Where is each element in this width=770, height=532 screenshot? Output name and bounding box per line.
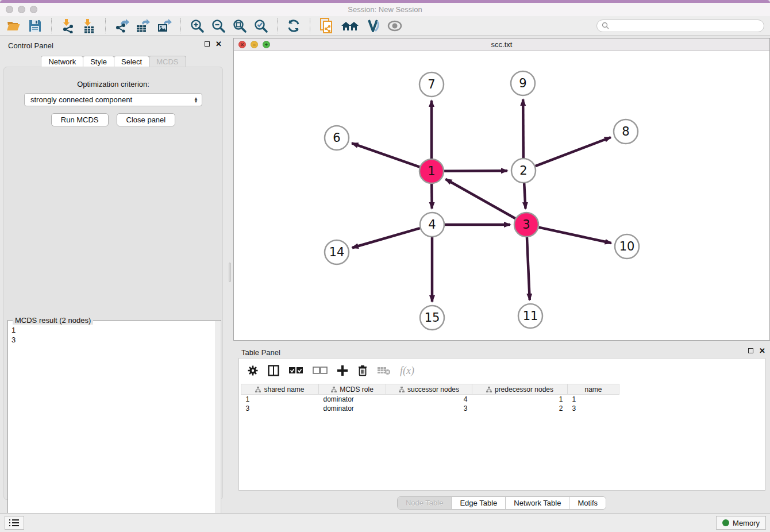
- table-cell[interactable]: 3: [241, 404, 319, 413]
- search-input[interactable]: [612, 22, 759, 30]
- tab-style[interactable]: Style: [83, 56, 114, 67]
- tab-network-table[interactable]: Network Table: [506, 497, 569, 509]
- column-header[interactable]: shared name: [241, 384, 319, 395]
- tab-node-table[interactable]: Node Table: [398, 497, 452, 509]
- select-all-columns-icon[interactable]: [288, 364, 303, 377]
- graph-node-6[interactable]: 6: [325, 126, 349, 150]
- edge-1-2[interactable]: [444, 171, 507, 171]
- search-field[interactable]: [596, 20, 764, 32]
- table-cell[interactable]: 1: [568, 395, 619, 404]
- save-session-icon[interactable]: [27, 18, 43, 34]
- graph-node-11[interactable]: 11: [518, 304, 542, 328]
- close-panel-icon[interactable]: ✕: [215, 41, 222, 47]
- network-minimize-icon[interactable]: −: [251, 41, 258, 48]
- toolbar-separator: [277, 18, 278, 33]
- zoom-selected-icon[interactable]: [253, 18, 269, 34]
- edge-1-6[interactable]: [352, 143, 419, 167]
- column-header[interactable]: predecessor nodes: [472, 384, 568, 395]
- run-mcds-button[interactable]: Run MCDS: [51, 113, 109, 126]
- table-cell[interactable]: 1: [241, 395, 319, 404]
- network-close-icon[interactable]: ✕: [238, 41, 246, 48]
- graph-node-4[interactable]: 4: [420, 213, 444, 237]
- edge-3-11[interactable]: [527, 237, 530, 300]
- graph-node-15[interactable]: 15: [420, 306, 444, 330]
- export-image-icon[interactable]: [156, 18, 172, 34]
- mcds-result-text[interactable]: 1 3: [11, 325, 214, 530]
- vizmapper-icon[interactable]: [365, 18, 382, 34]
- tab-edge-table[interactable]: Edge Table: [452, 497, 506, 509]
- node-table[interactable]: shared name MCDS role successor nodes pr…: [241, 384, 619, 413]
- edge-3-1[interactable]: [445, 179, 515, 218]
- minimize-window-button[interactable]: [18, 6, 25, 13]
- edge-3-10[interactable]: [538, 228, 611, 243]
- table-cell[interactable]: 1: [472, 395, 568, 404]
- toolbar-separator: [51, 18, 52, 33]
- split-view-icon[interactable]: [268, 364, 279, 377]
- result-scrollbar[interactable]: [215, 321, 220, 530]
- graph-node-8[interactable]: 8: [614, 119, 638, 144]
- table-cell[interactable]: dominator: [319, 404, 386, 413]
- graph-node-3[interactable]: 3: [514, 213, 538, 237]
- memory-button[interactable]: Memory: [716, 516, 766, 530]
- export-table-icon[interactable]: [135, 18, 151, 34]
- export-network-icon[interactable]: [114, 18, 130, 34]
- tab-mcds[interactable]: MCDS: [149, 56, 186, 67]
- close-table-panel-icon[interactable]: ✕: [759, 348, 765, 353]
- table-cell[interactable]: 3: [386, 404, 472, 413]
- graph-node-14[interactable]: 14: [325, 240, 349, 264]
- graph-node-10[interactable]: 10: [615, 234, 639, 259]
- zoom-in-icon[interactable]: [189, 18, 205, 34]
- window-controls[interactable]: [6, 6, 37, 13]
- zoom-out-icon[interactable]: [210, 18, 226, 34]
- table-cell[interactable]: 4: [386, 395, 472, 404]
- main-area: Control Panel ✕ NetworkStyleSelectMCDS O…: [0, 36, 770, 513]
- table-cell[interactable]: dominator: [319, 395, 386, 404]
- edge-4-14[interactable]: [352, 228, 420, 248]
- unselect-all-columns-icon[interactable]: [313, 364, 328, 377]
- maximize-window-button[interactable]: [30, 6, 37, 13]
- toolbar-separator: [310, 18, 310, 33]
- apply-layout-icon[interactable]: [286, 18, 302, 34]
- graph-node-7[interactable]: 7: [419, 72, 444, 97]
- open-session-icon[interactable]: [6, 18, 22, 34]
- network-graph-canvas[interactable]: 7 9 6 8 1 2 4 3 14 10 15 11: [234, 51, 769, 340]
- graph-node-2[interactable]: 2: [511, 159, 536, 183]
- tab-select[interactable]: Select: [114, 56, 149, 67]
- zoom-fit-icon[interactable]: [232, 18, 248, 34]
- edge-2-8[interactable]: [536, 137, 611, 166]
- network-file-share-icon[interactable]: [318, 18, 334, 34]
- table-cell[interactable]: 3: [568, 404, 619, 413]
- table-row[interactable]: 3dominator323: [241, 404, 619, 413]
- network-view-window: ✕ − + scc.txt 7 9 6 8 1 2 4 3 14: [233, 38, 770, 341]
- column-header[interactable]: name: [568, 384, 619, 395]
- tab-motifs[interactable]: Motifs: [569, 497, 606, 509]
- edge-2-9[interactable]: [523, 99, 523, 158]
- tab-network[interactable]: Network: [41, 56, 83, 67]
- network-window-titlebar[interactable]: ✕ − + scc.txt: [234, 38, 769, 51]
- criterion-dropdown[interactable]: strongly connected component ▲▼: [24, 93, 202, 106]
- graph-node-1[interactable]: 1: [419, 159, 444, 183]
- edge-2-3[interactable]: [524, 183, 525, 209]
- table-cell[interactable]: 2: [472, 404, 568, 413]
- svg-text:15: 15: [425, 311, 440, 325]
- table-row[interactable]: 1dominator411: [241, 395, 619, 404]
- network-maximize-icon[interactable]: +: [263, 41, 270, 48]
- node-table-area: f(x) shared name MCDS role successor nod…: [238, 358, 765, 491]
- home-icon[interactable]: [340, 18, 360, 34]
- float-table-panel-icon[interactable]: [748, 348, 753, 353]
- add-column-plus-icon[interactable]: [337, 364, 348, 377]
- svg-text:8: 8: [622, 125, 629, 138]
- column-settings-gear-icon[interactable]: [247, 364, 259, 377]
- task-history-button[interactable]: [5, 516, 24, 530]
- panel-divider-handle[interactable]: [229, 263, 231, 282]
- import-network-icon[interactable]: [60, 18, 76, 34]
- column-header[interactable]: successor nodes: [386, 384, 472, 395]
- close-window-button[interactable]: [6, 6, 13, 13]
- delete-column-trash-icon[interactable]: [357, 364, 368, 377]
- close-panel-button[interactable]: Close panel: [117, 113, 176, 126]
- import-table-icon[interactable]: [81, 18, 97, 34]
- graph-node-9[interactable]: 9: [511, 71, 535, 95]
- column-header[interactable]: MCDS role: [319, 384, 386, 395]
- float-panel-icon[interactable]: [205, 41, 210, 47]
- mcds-panel: Optimization criterion: strongly connect…: [3, 67, 223, 500]
